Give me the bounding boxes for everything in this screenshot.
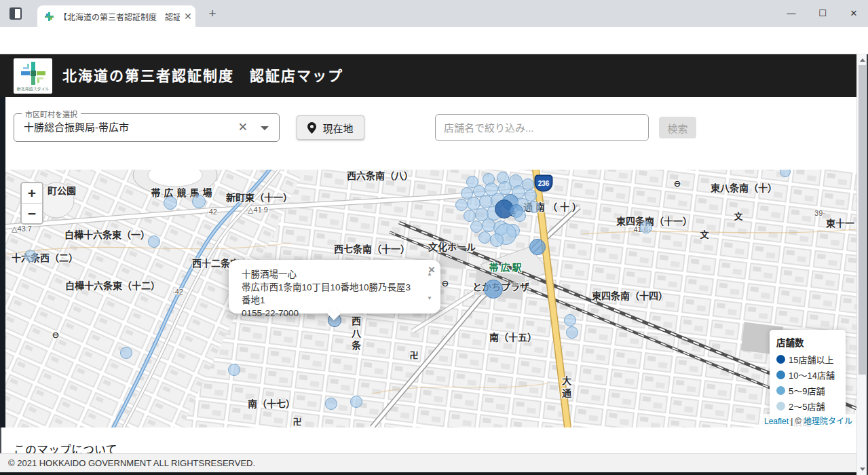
footer-dark-strip xyxy=(0,472,868,475)
map-label: 白樺十六条東（一） xyxy=(64,227,150,241)
legend-label: 10〜14店舗 xyxy=(789,368,835,381)
store-popup: 十勝酒場一心 帯広市西1条南10丁目10番地10勝乃長屋3番地1 0155-22… xyxy=(229,260,440,314)
store-cluster-marker[interactable] xyxy=(514,210,526,222)
map-label: 帯広駅 xyxy=(489,260,524,273)
store-cluster-marker[interactable] xyxy=(24,250,37,262)
legend-dot-icon xyxy=(776,386,785,395)
tab-close-icon[interactable]: ✕ xyxy=(184,12,192,21)
current-location-label: 現在地 xyxy=(322,121,353,135)
store-cluster-marker[interactable] xyxy=(564,314,576,326)
store-cluster-marker[interactable] xyxy=(478,231,491,244)
about-map-heading: このマップについて xyxy=(14,440,117,453)
map-label: 西七条南（十一） xyxy=(334,242,410,255)
store-cluster-marker[interactable] xyxy=(164,196,177,210)
map-label: ⊖ xyxy=(52,330,60,340)
map-label: 十六条西（二） xyxy=(12,250,78,264)
store-cluster-marker[interactable] xyxy=(484,280,503,299)
city-select[interactable]: 市区町村を選択 十勝総合振興局-帯広市 ✕ xyxy=(14,113,280,142)
map-label: ⊖ xyxy=(442,278,449,288)
store-search-input[interactable] xyxy=(435,114,649,141)
map-canvas[interactable]: 西六条南（八）町公園帯広競馬場新町東（十一）通南（十）東八条南（十）東四条南（十… xyxy=(5,170,856,428)
store-cluster-marker[interactable] xyxy=(120,347,132,359)
window-close-button[interactable]: ✕ xyxy=(838,0,868,27)
browser-titlebar: 【北海道の第三者認証制度 認証 ✕ + — ☐ ✕ xyxy=(0,0,868,27)
map-label: 文 xyxy=(734,209,742,222)
map-legend: 店舗数 15店舗以上10〜14店舗5〜9店舗2〜5店舗1店舗 xyxy=(770,330,846,428)
browser-toolbar: https://www5.newhokkaido-style.info/thir… xyxy=(0,27,868,54)
map-label: 卍 xyxy=(293,415,301,428)
map-label: ·42 xyxy=(206,208,217,216)
hokkaido-style-logo-icon xyxy=(20,61,46,86)
window-left-border xyxy=(0,97,5,428)
store-cluster-marker[interactable] xyxy=(350,396,362,408)
popup-scroll-down-icon[interactable]: ▼ xyxy=(427,295,432,301)
store-cluster-marker[interactable] xyxy=(192,195,206,208)
map-label: 白樺十六条東（十二） xyxy=(65,278,160,292)
map-label: 東十一 xyxy=(826,216,854,229)
window-maximize-button[interactable]: ☐ xyxy=(807,0,838,27)
new-tab-button[interactable]: + xyxy=(206,7,219,20)
legend-title: 店舗数 xyxy=(776,335,839,349)
map-label: 大通 xyxy=(559,376,573,400)
legend-label: 15店舗以上 xyxy=(789,353,833,366)
page-header: 新北海道スタイル 北海道の第三者認証制度 認証店マップ xyxy=(0,54,856,97)
gsi-tiles-link[interactable]: 地理院タイル xyxy=(804,417,852,426)
map-label: 39· xyxy=(814,209,825,217)
map-label: ·42 xyxy=(172,288,183,296)
store-cluster-marker[interactable] xyxy=(490,233,504,247)
map-label: 南（十七） xyxy=(248,396,295,410)
zoom-in-button[interactable]: + xyxy=(22,183,42,203)
store-cluster-marker[interactable] xyxy=(464,210,476,222)
store-cluster-marker[interactable] xyxy=(528,201,540,213)
zoom-out-button[interactable]: − xyxy=(22,203,42,223)
legend-label: 2〜5店舗 xyxy=(789,400,825,413)
page-scrollbar[interactable] xyxy=(856,54,867,475)
window-minimize-button[interactable]: — xyxy=(776,0,807,27)
store-name: 十勝酒場一心 xyxy=(242,268,416,281)
location-pin-icon xyxy=(307,122,316,134)
store-cluster-marker[interactable] xyxy=(640,221,652,233)
scrollbar-down-icon[interactable] xyxy=(860,468,865,471)
current-location-button[interactable]: 現在地 xyxy=(297,115,364,140)
footer-copyright: © 2021 HOKKAIDO GOVERNMENT ALL RIGHTSRES… xyxy=(0,453,856,472)
attribution-separator: | © xyxy=(789,417,804,426)
store-cluster-marker[interactable] xyxy=(529,239,546,255)
map-label: 東四条南（十四） xyxy=(592,288,668,302)
legend-row: 10〜14店舗 xyxy=(776,368,839,381)
legend-row: 5〜9店舗 xyxy=(776,384,839,397)
city-select-value: 十勝総合振興局-帯広市 xyxy=(24,114,129,141)
browser-tab[interactable]: 【北海道の第三者認証制度 認証 ✕ xyxy=(37,5,195,27)
popup-scroll-up-icon[interactable]: ▲ xyxy=(427,271,432,277)
clear-selection-icon[interactable]: ✕ xyxy=(238,114,248,141)
store-cluster-marker[interactable] xyxy=(566,326,578,339)
store-cluster-marker[interactable] xyxy=(228,364,240,376)
map-zoom-control: + − xyxy=(20,182,43,225)
legend-row: 15店舗以上 xyxy=(776,353,839,366)
legend-dot-icon xyxy=(776,370,785,379)
legend-dot-icon xyxy=(776,355,785,364)
legend-label: 5〜9店舗 xyxy=(789,384,825,397)
logo-caption: 新北海道スタイル xyxy=(14,86,52,92)
legend-row: 2〜5店舗 xyxy=(776,400,839,413)
map-label: 文化ホール xyxy=(428,240,476,253)
map-label: △43.7 xyxy=(12,225,32,233)
map-label: △41.9 xyxy=(248,206,268,214)
map-label: 卍 xyxy=(409,348,418,361)
leaflet-link[interactable]: Leaflet xyxy=(764,417,789,426)
store-cluster-marker[interactable] xyxy=(455,199,468,211)
map-label: 文 xyxy=(700,227,709,240)
map-label: 新町東（十一） xyxy=(226,190,293,204)
store-cluster-marker[interactable] xyxy=(470,221,483,233)
map-label: 西六条南（八） xyxy=(347,170,413,182)
map-label: 南（十五） xyxy=(489,330,537,343)
store-cluster-marker[interactable] xyxy=(148,235,160,248)
site-logo: 新北海道スタイル xyxy=(14,58,52,94)
scrollbar-thumb[interactable] xyxy=(858,65,866,375)
tab-workspaces-icon[interactable] xyxy=(10,7,22,20)
map-attribution: Leaflet | © 地理院タイル xyxy=(760,414,856,428)
scrollbar-up-icon[interactable] xyxy=(860,58,865,62)
store-cluster-marker[interactable] xyxy=(325,398,337,410)
chevron-down-icon[interactable] xyxy=(261,126,269,130)
map-label: ⊖ xyxy=(674,178,681,189)
search-button[interactable]: 検索 xyxy=(659,117,696,138)
